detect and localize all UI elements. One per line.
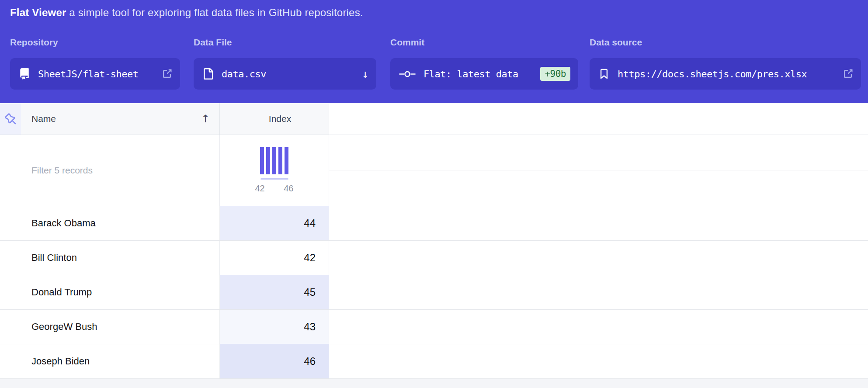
data-table: Name ↑ Index 42 46 Barack Obama 44 xyxy=(0,103,868,379)
histogram-bar xyxy=(260,147,264,174)
name-cell: Barack Obama xyxy=(0,206,219,240)
histogram-bar xyxy=(278,147,282,174)
commit-button[interactable]: Flat: latest data +90b xyxy=(390,58,578,90)
pin-icon xyxy=(5,113,17,125)
filter-cell-index: 42 46 xyxy=(219,135,329,206)
page-title: Flat Viewer a simple tool for exploring … xyxy=(10,6,363,20)
index-histogram[interactable] xyxy=(260,147,288,174)
commit-label: Commit xyxy=(390,37,578,48)
histogram-range-labels: 42 46 xyxy=(255,184,294,194)
row-filler xyxy=(329,310,868,344)
histogram-bar xyxy=(272,147,276,174)
column-header-name[interactable]: Name ↑ xyxy=(21,103,219,135)
table-row[interactable]: Donald Trump 45 xyxy=(0,275,868,310)
data-file-label: Data File xyxy=(194,37,376,48)
data-file-button[interactable]: data.csv ↓ xyxy=(194,58,376,90)
external-link-icon xyxy=(162,69,172,79)
data-source-label: Data source xyxy=(590,37,861,48)
table-body: Barack Obama 44 Bill Clinton 42 Donald T… xyxy=(0,206,868,379)
table-row[interactable]: Barack Obama 44 xyxy=(0,206,868,241)
column-header-name-label: Name xyxy=(31,114,56,124)
bookmark-icon xyxy=(598,68,610,80)
index-cell: 44 xyxy=(219,206,329,240)
index-cell: 43 xyxy=(219,310,329,344)
data-file-control: Data File data.csv ↓ xyxy=(194,37,376,90)
row-filler xyxy=(329,344,868,378)
app-name: Flat Viewer xyxy=(10,7,66,18)
table-row[interactable]: Joseph Biden 46 xyxy=(0,344,868,379)
histogram-baseline xyxy=(260,178,288,180)
diffstat-badge: +90b xyxy=(540,67,570,81)
histogram-max-label: 46 xyxy=(284,184,293,194)
commit-control: Commit Flat: latest data +90b xyxy=(390,37,578,90)
data-source-control: Data source https://docs.sheetjs.com/pre… xyxy=(590,37,861,90)
table-row[interactable]: GeorgeW Bush 43 xyxy=(0,310,868,344)
download-icon[interactable]: ↓ xyxy=(362,68,368,80)
name-cell: GeorgeW Bush xyxy=(0,310,219,344)
repository-button[interactable]: SheetJS/flat-sheet xyxy=(10,58,180,90)
filter-cell-name xyxy=(0,135,219,206)
data-file-value: data.csv xyxy=(222,69,354,80)
row-filler xyxy=(329,275,868,309)
row-filler xyxy=(329,206,868,240)
repository-value: SheetJS/flat-sheet xyxy=(38,69,154,80)
commit-message: Flat: latest data xyxy=(424,69,532,80)
index-cell: 42 xyxy=(219,241,329,275)
name-cell: Joseph Biden xyxy=(0,344,219,378)
name-cell: Bill Clinton xyxy=(0,241,219,275)
row-filler xyxy=(329,241,868,275)
column-header-index-label: Index xyxy=(269,114,291,124)
filter-filler xyxy=(329,135,868,206)
repo-book-icon xyxy=(19,68,30,80)
external-link-icon xyxy=(843,69,853,79)
name-cell: Donald Trump xyxy=(0,275,219,309)
histogram-bar xyxy=(285,147,288,174)
index-cell: 45 xyxy=(219,275,329,309)
filter-input[interactable] xyxy=(0,135,219,206)
header-filler xyxy=(329,103,868,135)
app-banner: Flat Viewer a simple tool for exploring … xyxy=(0,0,868,103)
index-cell: 46 xyxy=(219,344,329,378)
sort-ascending-icon: ↑ xyxy=(201,113,210,125)
column-header-index[interactable]: Index xyxy=(219,103,329,135)
repository-label: Repository xyxy=(10,37,180,48)
table-header-row: Name ↑ Index xyxy=(0,103,868,135)
data-source-url: https://docs.sheetjs.com/pres.xlsx xyxy=(618,69,835,80)
table-filter-row: 42 46 xyxy=(0,135,868,206)
file-icon xyxy=(202,68,214,80)
repository-control: Repository SheetJS/flat-sheet xyxy=(10,37,180,90)
git-commit-icon xyxy=(399,70,416,78)
pin-column-button[interactable] xyxy=(0,103,21,135)
table-footer-strip xyxy=(0,379,868,388)
app-tagline: a simple tool for exploring flat data fi… xyxy=(66,7,363,18)
histogram-min-label: 42 xyxy=(255,184,265,194)
data-source-button[interactable]: https://docs.sheetjs.com/pres.xlsx xyxy=(590,58,861,90)
table-row[interactable]: Bill Clinton 42 xyxy=(0,241,868,275)
histogram-bar xyxy=(266,147,270,174)
